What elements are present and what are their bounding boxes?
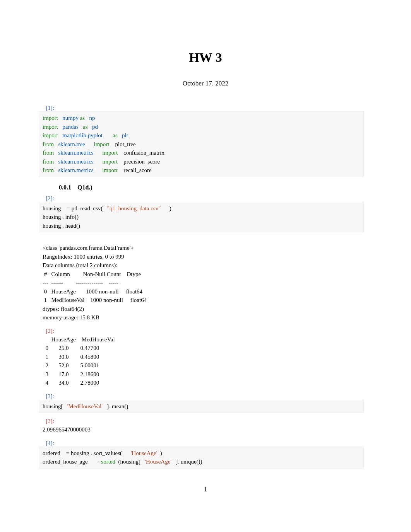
code-cell-4: [4]: ordered = housing . sort_values( 'H… [39,439,372,469]
section-heading-q1d: 0.0.1 Q1d.) [59,184,372,191]
input-prompt-2: [2]: [39,194,54,202]
code-cell-2: [2]: housing = pd. read_csv( "q1_housing… [39,194,372,233]
code-content-1: import numpy as np import pandas as pd i… [39,111,364,177]
output-result-2: HouseAge MedHouseVal 0 25.0 0.47700 1 30… [39,334,364,388]
input-prompt-4: [4]: [39,439,54,447]
input-prompt-1: [1]: [39,104,54,111]
page-number: 1 [39,486,372,493]
empty-prompt [39,236,54,237]
document-date: October 17, 2022 [39,80,372,87]
output-text-2: <class 'pandas.core.frame.DataFrame'> Ra… [39,243,364,323]
code-cell-1: [1]: import numpy as np import pandas as… [39,104,372,177]
input-prompt-3: [3]: [39,392,54,400]
output-cell-2: [2]: HouseAge MedHouseVal 0 25.0 0.47700… [39,327,372,388]
output-prompt-3: [3]: [39,417,54,425]
document-title: HW 3 [39,50,372,65]
code-content-3: housing[ 'MedHouseVal' ]. mean() [39,400,364,413]
code-cell-3: [3]: housing[ 'MedHouseVal' ]. mean() [39,392,372,413]
output-cell-3: [3]: 2.096965470000003 [39,417,372,435]
output-result-3: 2.096965470000003 [39,425,364,435]
code-content-4: ordered = housing . sort_values( 'HouseA… [39,447,364,469]
output-text-cell-2: <class 'pandas.core.frame.DataFrame'> Ra… [39,236,372,323]
output-prompt-2: [2]: [39,327,54,334]
code-content-2: housing = pd. read_csv( "q1_housing_data… [39,202,364,233]
